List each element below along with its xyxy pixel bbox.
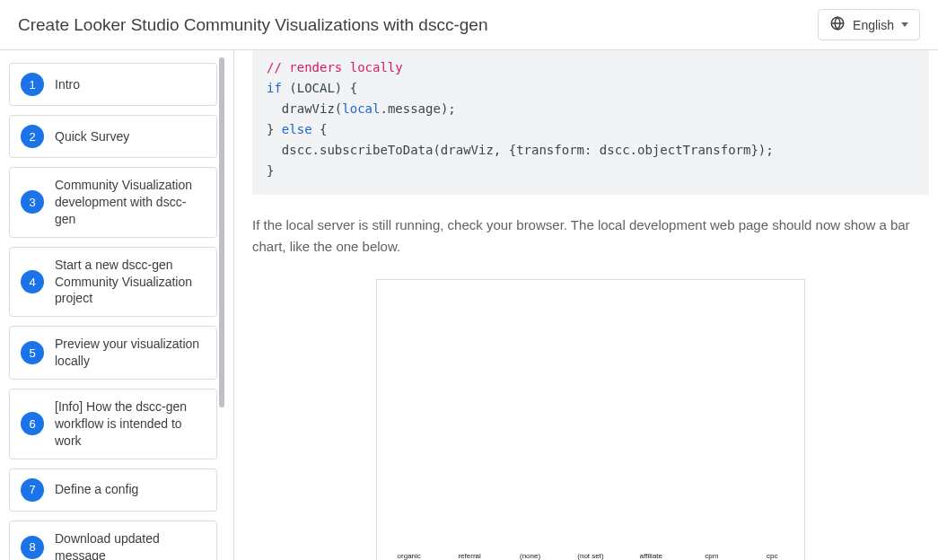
step-label: Define a config bbox=[55, 481, 138, 498]
step-label: Community Visualization development with… bbox=[55, 177, 206, 228]
language-selector[interactable]: English bbox=[818, 9, 920, 40]
language-label: English bbox=[853, 18, 894, 32]
bar-label: affiliate bbox=[640, 552, 662, 560]
step-label: Start a new dscc-gen Community Visualiza… bbox=[55, 257, 206, 308]
bar-column: organic bbox=[388, 548, 430, 560]
main-content: // renders locally if (LOCAL) { drawViz(… bbox=[234, 50, 938, 560]
sidebar-step-6[interactable]: 6[Info] How the dscc-gen workflow is int… bbox=[9, 389, 217, 459]
bar-column: cpm bbox=[690, 548, 732, 560]
page-title: Create Looker Studio Community Visualiza… bbox=[18, 15, 487, 35]
step-label: Preview your visualization locally bbox=[55, 336, 206, 370]
sidebar-step-1[interactable]: 1Intro bbox=[9, 63, 217, 106]
sidebar-step-7[interactable]: 7Define a config bbox=[9, 468, 217, 512]
step-label: Intro bbox=[55, 76, 80, 93]
bar-column: (not set) bbox=[569, 548, 611, 560]
step-label: Quick Survey bbox=[55, 128, 129, 145]
bar-column: affiliate bbox=[630, 548, 672, 560]
step-number: 7 bbox=[21, 478, 44, 502]
code-block: // renders locally if (LOCAL) { drawViz(… bbox=[252, 50, 929, 195]
globe-icon bbox=[829, 15, 846, 34]
bar-label: (none) bbox=[520, 552, 540, 560]
bar-chart-preview: organicreferral(none)(not set)affiliatec… bbox=[376, 279, 805, 560]
bar-column: referral bbox=[448, 548, 490, 560]
bar-label: referral bbox=[458, 552, 480, 560]
bar-label: cpm bbox=[705, 552, 718, 560]
instruction-paragraph: If the local server is still running, ch… bbox=[252, 214, 929, 258]
step-label: Download updated message bbox=[55, 530, 206, 560]
bar-column: cpc bbox=[751, 548, 793, 560]
step-number: 5 bbox=[21, 341, 44, 364]
sidebar-step-3[interactable]: 3Community Visualization development wit… bbox=[9, 167, 217, 238]
step-number: 4 bbox=[21, 270, 44, 293]
step-label: [Info] How the dscc-gen workflow is inte… bbox=[55, 398, 206, 450]
sidebar: 1Intro2Quick Survey3Community Visualizat… bbox=[0, 50, 226, 560]
sidebar-step-4[interactable]: 4Start a new dscc-gen Community Visualiz… bbox=[9, 247, 217, 318]
sidebar-step-5[interactable]: 5Preview your visualization locally bbox=[9, 326, 217, 380]
bar-label: cpc bbox=[767, 552, 777, 560]
step-number: 6 bbox=[21, 412, 44, 435]
step-number: 8 bbox=[21, 536, 44, 559]
sidebar-step-8[interactable]: 8Download updated message bbox=[9, 521, 217, 560]
step-number: 3 bbox=[21, 190, 44, 214]
bar-column: (none) bbox=[509, 548, 551, 560]
sidebar-step-2[interactable]: 2Quick Survey bbox=[9, 115, 217, 158]
top-header: Create Looker Studio Community Visualiza… bbox=[0, 0, 938, 50]
bar-label: organic bbox=[398, 552, 421, 560]
step-number: 2 bbox=[21, 125, 44, 148]
sidebar-scrollbar[interactable] bbox=[219, 57, 226, 553]
bar-label: (not set) bbox=[577, 552, 603, 560]
chevron-down-icon bbox=[901, 22, 908, 27]
step-number: 1 bbox=[21, 73, 44, 96]
